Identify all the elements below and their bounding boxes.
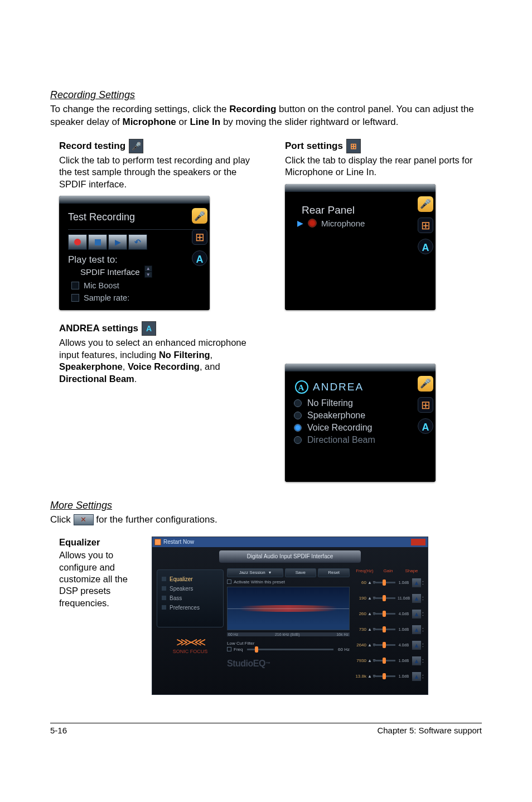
side-mic-icon[interactable]: 🎤 (418, 376, 433, 392)
mic-icon: 🎤 (129, 139, 143, 153)
stepper-icon[interactable]: ▲▼ (367, 642, 372, 648)
bold-linein: Line In (190, 117, 220, 127)
gain-slider[interactable] (373, 660, 395, 661)
stop-button[interactable] (88, 234, 107, 250)
shape-more-icon[interactable]: : (422, 595, 424, 601)
sample-rate-checkbox[interactable] (71, 294, 79, 302)
gain-slider[interactable] (373, 675, 395, 677)
spdif-spinner[interactable]: ▲ ▼ (144, 265, 152, 278)
band-freq: 13.8k (352, 674, 366, 679)
play-test-label: Play test to: (68, 254, 203, 265)
nav-label: Bass (170, 595, 182, 601)
chevron-down-icon: ▾ (269, 570, 271, 575)
subhead-port-settings: Port settings ⊞ (285, 139, 361, 153)
shape-button[interactable]: ▲ (412, 594, 421, 603)
side-andrea-icon[interactable]: A (418, 239, 433, 254)
save-button[interactable]: Save (285, 568, 317, 577)
side-port-icon[interactable]: ⊞ (418, 397, 433, 413)
andrea-panel: A ANDREA No Filtering Speakerphone Voice… (285, 364, 436, 482)
text: , and (200, 361, 220, 371)
shape-more-icon[interactable]: : (422, 658, 424, 664)
port-settings-desc: Click the tab to display the rear panel … (285, 154, 482, 178)
andrea-brand: ANDREA (313, 381, 364, 393)
studio-eq-logo: StudioEQ™ (227, 659, 350, 669)
preset-dropdown[interactable]: Jazz Session ▾ (227, 568, 283, 577)
spinner-down-icon[interactable]: ▼ (144, 272, 152, 278)
shape-button[interactable]: ▲ (412, 625, 421, 634)
shape-more-icon[interactable]: : (422, 626, 424, 632)
radio-nofiltering[interactable] (294, 399, 302, 407)
stepper-icon[interactable]: ▲▼ (367, 658, 372, 663)
nav-label: Speakers (170, 586, 193, 592)
radio-voicerecording[interactable] (294, 424, 302, 432)
record-button[interactable] (68, 234, 87, 250)
band-gain: 4.0dB (396, 612, 411, 616)
close-icon[interactable] (411, 539, 425, 545)
play-button[interactable]: ▶ (108, 234, 127, 250)
col-gain: Gain (376, 568, 400, 573)
gain-slider[interactable] (373, 629, 395, 630)
spinner-up-icon[interactable]: ▲ (144, 265, 152, 272)
text: , (210, 350, 213, 360)
curve-right-label: 16k Hz (336, 632, 349, 636)
nav-label: Preferences (170, 605, 200, 611)
page-number: 5-16 (50, 726, 67, 735)
shape-button[interactable]: ▲ (412, 578, 421, 587)
shape-button[interactable]: ▲ (412, 610, 421, 619)
side-andrea-icon[interactable]: A (418, 418, 433, 434)
side-mic-icon[interactable]: 🎤 (418, 196, 433, 212)
undo-button[interactable]: ↶ (128, 234, 147, 250)
radio-speakerphone[interactable] (294, 412, 302, 419)
band-gain: 11.0dB (396, 596, 411, 600)
equalizer-screenshot: Restart Now Digital Audio Input SPDIF In… (152, 537, 428, 695)
lowcut-checkbox[interactable] (227, 647, 231, 651)
settings-button-icon[interactable]: ✕ (74, 514, 94, 525)
shape-button[interactable]: ▲ (412, 641, 421, 650)
activate-checkbox[interactable] (227, 579, 231, 584)
side-andrea-icon[interactable]: A (192, 250, 207, 266)
sonic-label: SONIC FOCUS (160, 649, 220, 654)
shape-more-icon[interactable]: : (422, 611, 424, 617)
shape-more-icon[interactable]: : (422, 579, 424, 586)
interface-tab[interactable]: Digital Audio Input SPDIF Interface (219, 550, 361, 563)
more-desc: Click ✕ for the further configurations. (50, 514, 482, 526)
stepper-icon[interactable]: ▲▼ (367, 596, 372, 601)
text: for the further configurations. (94, 514, 217, 525)
radio-directionalbeam[interactable] (294, 436, 302, 444)
side-mic-icon[interactable]: 🎤 (192, 208, 207, 224)
mic-boost-checkbox[interactable] (71, 282, 79, 289)
expand-icon[interactable]: ▶ (297, 219, 303, 228)
band-gain: 1.0dB (396, 627, 411, 631)
gain-slider[interactable] (373, 644, 395, 646)
band-freq: 60 (352, 580, 366, 585)
stepper-icon[interactable]: ▲▼ (367, 627, 372, 632)
band-gain: 1.0dB (396, 659, 411, 663)
nav-preferences[interactable]: Preferences (157, 603, 223, 612)
shape-button[interactable]: ▲ (412, 656, 421, 665)
bold-directionalbeam: Directional Beam (59, 374, 134, 384)
eq-band-row: 190▲▼11.0dB▲: (352, 591, 424, 606)
window-title: Restart Now (163, 539, 194, 545)
nav-bass[interactable]: Bass (157, 593, 223, 603)
side-port-icon[interactable]: ⊞ (192, 229, 207, 245)
nav-speakers[interactable]: Speakers (157, 584, 223, 593)
lowcut-slider[interactable] (247, 649, 333, 650)
gain-slider[interactable] (373, 582, 395, 583)
subhead-record-testing: Record testing 🎤 (59, 139, 143, 153)
side-port-icon[interactable]: ⊞ (418, 218, 433, 233)
shape-more-icon[interactable]: : (422, 673, 424, 679)
stepper-icon[interactable]: ▲▼ (367, 580, 372, 585)
gain-slider[interactable] (373, 597, 395, 599)
reset-button[interactable]: Reset (318, 568, 350, 577)
stepper-icon[interactable]: ▲▼ (367, 674, 372, 679)
rear-panel: Rear Panel ▶ Microphone 🎤 ⊞ A (285, 184, 436, 310)
band-freq: 260 (352, 611, 366, 616)
gain-slider[interactable] (373, 613, 395, 615)
shape-more-icon[interactable]: : (422, 642, 424, 648)
subhead-label: Port settings (285, 141, 343, 152)
sonic-focus-logo: ⋙⋘ SONIC FOCUS (160, 635, 220, 654)
shape-button[interactable]: ▲ (412, 672, 421, 681)
nav-equalizer[interactable]: Equalizer (157, 574, 223, 584)
stepper-icon[interactable]: ▲▼ (367, 611, 372, 616)
hz-label: 60 Hz (338, 647, 350, 652)
